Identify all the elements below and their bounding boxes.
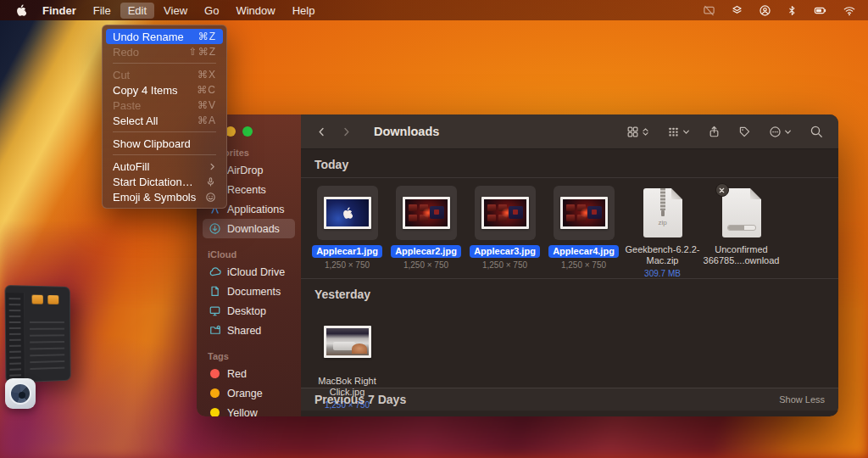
menu-item-undo-rename[interactable]: Undo Rename⌘Z	[106, 29, 223, 44]
stage-app-icon[interactable]	[5, 378, 36, 409]
menu-item-start-dictation[interactable]: Start Dictation…	[106, 174, 223, 189]
menu-item-label: Start Dictation…	[113, 176, 193, 188]
menubar-item-finder[interactable]: Finder	[35, 3, 84, 19]
view-grid-button[interactable]	[626, 126, 649, 138]
shutter-glyph-icon	[9, 383, 31, 405]
menu-shortcut: ⌘C	[197, 84, 216, 96]
battery-status-icon[interactable]	[813, 4, 827, 17]
share-icon	[708, 126, 721, 138]
sidebar-item-shared[interactable]: Shared	[203, 321, 295, 340]
file-item-applecar4-jpg[interactable]: Applecar4.jpg1,250 × 750	[546, 186, 621, 270]
more-button[interactable]	[769, 126, 792, 138]
user-status-icon[interactable]	[759, 4, 771, 17]
menu-item-label: AutoFill	[113, 160, 149, 173]
search-button[interactable]	[810, 125, 823, 138]
menu-shortcut: ⇧⌘Z	[189, 46, 216, 58]
sidebar-item-orange[interactable]: Orange	[203, 383, 295, 403]
file-item-applecar3-jpg[interactable]: Applecar3.jpg1,250 × 750	[467, 186, 542, 270]
file-name: Geekbench-6.2.2-Mac.zip	[625, 244, 700, 266]
section-header-previous-7-days: Previous 7 Days	[314, 393, 406, 406]
group-by-button[interactable]	[667, 126, 690, 138]
menubar-item-edit[interactable]: Edit	[120, 3, 154, 19]
folder-thumb-icon	[32, 295, 43, 304]
mic-icon	[205, 176, 216, 187]
menubar-item-window[interactable]: Window	[228, 3, 282, 19]
file-thumbnail	[317, 315, 378, 369]
menu-item-redo: Redo⇧⌘Z	[106, 44, 223, 59]
wifi-status-icon[interactable]	[843, 4, 856, 17]
menubar-item-go[interactable]: Go	[197, 3, 226, 19]
toolbar: Downloads	[301, 114, 838, 149]
sidebar-item-documents[interactable]: Documents	[203, 282, 295, 301]
file-browser-content: TodayApplecar1.jpg1,250 × 750Applecar2.j…	[301, 149, 838, 416]
menu-divider	[113, 63, 216, 64]
menubar-item-view[interactable]: View	[156, 3, 195, 19]
file-meta: 1,250 × 750	[325, 260, 370, 270]
sidebar-section-tags: Tags	[208, 351, 301, 361]
file-item-applecar1-jpg[interactable]: Applecar1.jpg1,250 × 750	[309, 186, 385, 270]
menu-item-copy-4-items[interactable]: Copy 4 Items⌘C	[106, 82, 223, 98]
apple-logo-art-icon	[342, 207, 353, 220]
sidebar-item-desktop[interactable]: Desktop	[203, 301, 295, 321]
show-less-button[interactable]: Show Less	[779, 394, 825, 405]
file-name: Applecar1.jpg	[312, 245, 382, 258]
emoji-icon	[205, 192, 216, 203]
file-thumbnail	[396, 186, 457, 240]
sidebar-item-label: iCloud Drive	[227, 266, 285, 278]
menu-shortcut: ⌘X	[198, 69, 216, 81]
sidebar-item-label: Shared	[227, 325, 261, 337]
zip-file-icon: zip	[643, 188, 682, 237]
sidebar-item-label: Red	[227, 368, 247, 380]
shared-folder-icon	[208, 324, 222, 337]
tag-dot-icon	[208, 369, 222, 378]
finder-window: FavoritesAirDropRecentsApplicationsDownl…	[197, 114, 838, 416]
document-icon	[208, 285, 222, 298]
menu-item-emoji-symbols[interactable]: Emoji & Symbols	[106, 189, 223, 204]
menubar-item-file[interactable]: File	[86, 3, 119, 19]
edit-menu-dropdown: Undo Rename⌘ZRedo⇧⌘ZCut⌘XCopy 4 Items⌘CP…	[102, 25, 227, 209]
battery-icon	[813, 4, 827, 17]
menu-item-autofill[interactable]: AutoFill	[106, 159, 223, 174]
updown-icon	[642, 126, 649, 137]
bluetooth-status-icon[interactable]	[787, 4, 798, 17]
tag-button[interactable]	[738, 126, 751, 138]
sidebar-item-label: Applications	[227, 204, 284, 215]
sidebar-item-downloads[interactable]: Downloads	[203, 219, 295, 238]
sidebar-item-red[interactable]: Red	[203, 364, 295, 383]
file-item-applecar2-jpg[interactable]: Applecar2.jpg1,250 × 750	[388, 186, 464, 270]
menu-item-select-all[interactable]: Select All⌘A	[106, 113, 223, 128]
chevron-down-sm-icon	[682, 128, 690, 136]
file-item-unconfirmed-366785-ownload[interactable]: Unconfirmed 366785....ownload	[704, 186, 779, 266]
sidebar-item-label: Desktop	[227, 305, 266, 317]
back-button[interactable]	[316, 126, 327, 137]
display-off-status-icon[interactable]	[703, 4, 715, 17]
menu-shortcut: ⌘A	[198, 114, 216, 126]
menu-item-show-clipboard[interactable]: Show Clipboard	[106, 136, 223, 151]
share-button[interactable]	[708, 126, 721, 138]
stage-manager-thumbnail[interactable]	[4, 285, 70, 383]
file-name: Applecar2.jpg	[391, 245, 461, 258]
layers-status-icon[interactable]	[731, 4, 743, 17]
tag-icon	[738, 126, 751, 138]
cancel-download-button[interactable]	[715, 183, 729, 197]
main-panel: Downloads TodayApplecar1.jpg1,250 × 750A…	[301, 114, 838, 416]
sidebar-section-icloud: iCloud	[208, 249, 301, 260]
forward-button[interactable]	[341, 126, 352, 137]
search-icon	[810, 125, 823, 138]
menu-item-label: Select All	[113, 114, 158, 127]
dotgrid-icon	[667, 126, 680, 138]
menu-item-label: Emoji & Symbols	[113, 191, 196, 204]
file-name: Applecar3.jpg	[470, 245, 540, 258]
tag-dot-icon	[208, 408, 222, 416]
apple-menu-icon[interactable]	[12, 4, 33, 17]
menubar-item-help[interactable]: Help	[285, 3, 323, 19]
file-item-geekbench-6-2-2-mac-zip[interactable]: zipGeekbench-6.2.2-Mac.zip309.7 MB	[625, 186, 700, 278]
sidebar-item-label: Yellow	[227, 407, 258, 417]
menu-item-label: Redo	[113, 46, 139, 59]
menu-divider	[113, 131, 216, 132]
file-thumbnail	[554, 186, 615, 240]
sidebar-item-yellow[interactable]: Yellow	[203, 403, 295, 416]
cloud-icon	[208, 265, 222, 278]
sidebar-item-icloud-drive[interactable]: iCloud Drive	[203, 262, 295, 282]
zoom-window-button[interactable]	[242, 126, 253, 137]
